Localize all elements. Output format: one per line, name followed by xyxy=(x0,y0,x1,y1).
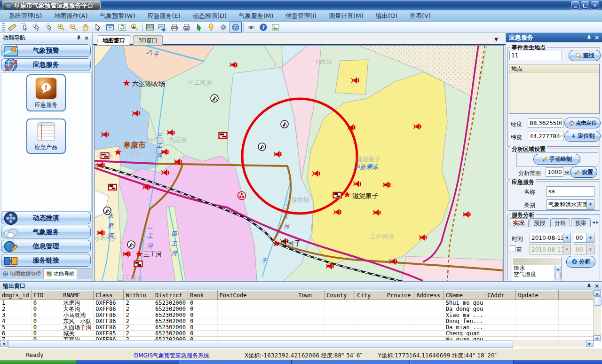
map-canvas[interactable]: 八斗下西泉三工河乡六运湖农场九运街阜康市城关镇阜康市种马场滋泥泉子中新水库滋泥泉… xyxy=(94,45,504,282)
zoom-ratio-button[interactable]: ± xyxy=(128,22,141,32)
pan-button[interactable] xyxy=(79,22,92,32)
pin-icon[interactable] xyxy=(76,35,81,40)
menu-item-5[interactable]: 气象服务(M) xyxy=(233,10,279,22)
menu-item-9[interactable]: 查看(V) xyxy=(404,10,437,22)
column-header-dmgis_id[interactable]: dmgis_id xyxy=(0,291,31,300)
service-name-input[interactable] xyxy=(547,186,594,197)
column-header-FID[interactable]: FID xyxy=(31,291,61,300)
column-header-Rank[interactable]: Rank xyxy=(188,291,218,300)
menu-item-3[interactable]: 应急服务(E) xyxy=(141,10,186,22)
map-tab-地图窗口[interactable]: 地图窗口 xyxy=(97,35,131,46)
pointer-green-button[interactable] xyxy=(193,22,205,32)
table-row[interactable]: 30小马厩沟OXFF8626523020000Xiao ma ... xyxy=(0,312,594,318)
printer-button[interactable] xyxy=(168,22,181,32)
column-header-CName[interactable]: CName xyxy=(444,291,485,300)
analysis-tab-实况[interactable]: 实况 xyxy=(509,218,529,227)
nav-button-应急服务[interactable]: !应急服务 xyxy=(26,74,66,111)
element-listbox[interactable]: 降水空气温度 ▲ xyxy=(512,257,562,281)
pointer-button[interactable] xyxy=(92,22,104,32)
ruler-button[interactable] xyxy=(6,22,18,32)
column-header-Class[interactable]: Class xyxy=(94,291,124,300)
image-export-button[interactable] xyxy=(156,22,168,32)
menu-item-8[interactable]: 输出(O) xyxy=(370,10,404,22)
column-header-County[interactable]: County xyxy=(325,291,355,300)
close-button[interactable]: × xyxy=(591,1,599,9)
menu-item-4[interactable]: 动态推演(D) xyxy=(187,10,233,22)
table-vertical-scrollbar[interactable]: ▲ ▼ xyxy=(593,290,601,341)
nav-group-应急服务[interactable]: 应急服务 xyxy=(1,58,91,71)
service-type-select[interactable]: 气象和洪水灾害▼ xyxy=(547,199,594,210)
location-search-input[interactable] xyxy=(509,51,562,60)
table-row[interactable]: 40东风一小队OXFF8626523020000Dong fen... xyxy=(0,318,594,324)
zoom-out-button[interactable] xyxy=(67,22,79,32)
help-button[interactable]: ? xyxy=(257,22,269,32)
longitude-input[interactable] xyxy=(528,119,563,128)
hour-select[interactable]: 00▼ xyxy=(574,233,594,243)
tab-scroll-left-icon[interactable]: ◀ xyxy=(592,218,595,227)
nav-group-信息管理[interactable]: 信息管理 xyxy=(1,240,91,253)
nav-group-服务链接[interactable]: 服务链接 xyxy=(1,254,91,267)
column-header-District[interactable]: District xyxy=(153,291,188,300)
restore-button[interactable] xyxy=(581,1,589,9)
column-header-Provice[interactable]: Provice xyxy=(385,291,414,300)
nav-group-气象预警[interactable]: 气象预警 xyxy=(1,44,91,57)
column-header-Address[interactable]: Address xyxy=(414,291,444,300)
list-item[interactable]: 空气温度 xyxy=(512,271,561,277)
to-checkbox[interactable] xyxy=(509,245,515,252)
gear-button[interactable] xyxy=(217,22,230,32)
menu-item-1[interactable]: 地图操作(A) xyxy=(48,10,94,22)
refresh-button[interactable] xyxy=(116,22,128,32)
printer-color-button[interactable] xyxy=(181,22,193,32)
picture-button[interactable] xyxy=(269,22,282,32)
pin-yellow-button[interactable] xyxy=(205,22,217,32)
goto-button[interactable]: 定位到 xyxy=(564,131,601,142)
globe-button[interactable] xyxy=(230,22,242,32)
table-row[interactable]: 60城关OXFF8526523020000Cheng guan xyxy=(0,331,594,337)
click-locate-button[interactable]: 点击定位 xyxy=(564,118,601,128)
analysis-tab-分析[interactable]: 分析 xyxy=(550,218,570,227)
full-extent-button[interactable] xyxy=(104,22,116,32)
pin-icon[interactable] xyxy=(586,284,592,289)
menu-item-7[interactable]: 测量计算(M) xyxy=(323,10,369,22)
column-header-RNAME[interactable]: RNAME xyxy=(61,291,94,300)
analysis-tab-预报[interactable]: 预报 xyxy=(530,218,549,227)
analyze-button[interactable]: i 分析 xyxy=(566,256,595,268)
nav-button-应急产品[interactable]: 应急产品 xyxy=(26,119,66,154)
column-header-Within[interactable]: Within xyxy=(124,291,153,300)
close-icon[interactable]: × xyxy=(594,283,599,289)
table-horizontal-scrollbar[interactable]: ◀ ▶ xyxy=(0,340,594,347)
close-icon[interactable]: × xyxy=(594,34,599,41)
column-header-Update[interactable]: Update xyxy=(516,291,559,300)
tab-scroll-right-icon[interactable]: ▶ xyxy=(595,218,599,227)
date-select[interactable]: 2010-08-13▼ xyxy=(530,233,571,243)
column-header-Town[interactable]: Town xyxy=(296,291,325,300)
chevron-down-icon[interactable]: ▼ xyxy=(494,37,498,42)
select-rect-button[interactable] xyxy=(18,22,31,32)
location-list[interactable]: 地点 xyxy=(509,64,600,114)
nav-tab-功能导航[interactable]: 功能导航 xyxy=(44,269,77,279)
analysis-tab-预案[interactable]: 预案 xyxy=(571,218,591,227)
nav-tab-地图数据管理[interactable]: 地图数据管理 xyxy=(0,269,44,279)
date-to-select[interactable]: 2010-08-13▼ xyxy=(530,245,571,254)
range-input[interactable] xyxy=(546,167,563,177)
map-tab-3D窗口[interactable]: 3D窗口 xyxy=(133,35,163,46)
zoom-in-button[interactable] xyxy=(55,22,67,32)
nav-group-气象服务[interactable]: 气象服务 xyxy=(1,226,91,238)
select-poly-button[interactable] xyxy=(31,22,43,32)
close-icon[interactable]: × xyxy=(84,35,89,41)
toolbar-grip[interactable] xyxy=(2,23,5,32)
table-row[interactable]: 10水磨沟OXFF8626523020000Shui mo gou xyxy=(0,300,594,306)
column-header-CAddr[interactable]: CAddr xyxy=(485,291,516,300)
menu-item-2[interactable]: 气象预警(W) xyxy=(94,10,141,22)
manual-draw-button[interactable]: 手动绘制 xyxy=(533,154,580,165)
nav-group-动态推演[interactable]: 动态推演 xyxy=(1,212,91,224)
hour-to-select[interactable]: 00▼ xyxy=(574,245,594,254)
column-header-City[interactable]: City xyxy=(355,291,385,300)
column-header-PostCode[interactable]: PostCode xyxy=(217,291,296,300)
listbox-scrollbar[interactable]: ▲ xyxy=(554,266,561,281)
menu-item-0[interactable]: 系统管理(S) xyxy=(3,10,48,22)
search-button[interactable]: 查找 xyxy=(569,50,601,61)
menu-item-6[interactable]: 信息管理(I) xyxy=(279,10,323,22)
table-row[interactable]: 50大面场子沟OXFF8626523020000Da mian ... xyxy=(0,324,594,331)
map-image-button[interactable] xyxy=(144,22,156,32)
